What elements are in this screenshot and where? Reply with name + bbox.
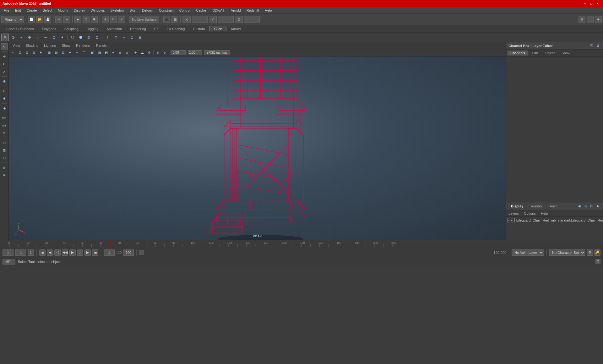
tb2-btn-14[interactable]: ⟲ (112, 34, 119, 41)
menu-constrain[interactable]: Constrain (156, 8, 176, 13)
playback-end-input[interactable] (123, 249, 134, 256)
tb2-btn-5[interactable]: ↓ (34, 34, 41, 41)
vpt-shading5[interactable]: ⊕ (117, 50, 123, 56)
ipr-btn[interactable]: ▦ (171, 16, 178, 23)
vpt-display6[interactable]: ⊤ (81, 50, 87, 56)
prev-key-btn[interactable]: ◁ (54, 249, 61, 256)
snap-curve-btn[interactable]: ⌒ (587, 16, 594, 23)
vpt-light2[interactable]: ☁ (139, 50, 145, 56)
le-menu-options[interactable]: Options (523, 211, 537, 216)
menu-edit[interactable]: Edit (13, 8, 24, 13)
menu-skin[interactable]: Skin (127, 8, 139, 13)
redo-btn[interactable]: ↪ (63, 16, 70, 23)
layer-playback-btn[interactable]: P (511, 218, 513, 222)
tool-4[interactable]: ⊛ (1, 164, 8, 171)
cb-float-btn[interactable]: ⧉ (595, 43, 600, 48)
tb2-btn-15[interactable]: ⌖ (120, 34, 128, 41)
cb-tab-object[interactable]: Object (541, 51, 558, 56)
le-next-btn[interactable]: ▷ (589, 204, 594, 209)
vpt-display5[interactable]: ⊣ (74, 50, 80, 56)
menu-select[interactable]: Select (40, 8, 55, 13)
vpt-camera2[interactable]: ⊙ (161, 50, 168, 56)
tb2-btn-1[interactable]: ✕ (1, 34, 9, 41)
menu-file[interactable]: File (1, 8, 12, 13)
paint-tool-btn[interactable]: ✱ (91, 16, 98, 23)
le-menu-help[interactable]: Help (540, 211, 549, 216)
move-tool-btn[interactable]: ✛ (102, 16, 109, 23)
vpt-shading4[interactable]: ● (110, 50, 116, 56)
tb2-btn-11[interactable]: ⊗ (85, 34, 93, 41)
tab-rendering[interactable]: Rendering (126, 26, 150, 31)
menu-windows[interactable]: Windows (88, 8, 107, 13)
menu-help[interactable]: Help (262, 8, 274, 13)
show-manip[interactable]: ◈ (1, 105, 8, 112)
tab-xgen[interactable]: XGen (209, 26, 226, 31)
mel-label[interactable]: MEL (3, 259, 15, 265)
tab-polygons[interactable]: Polygons (38, 26, 60, 31)
paint-sel[interactable]: ✱ (1, 95, 8, 102)
vp-menu-panels[interactable]: Panels (94, 43, 109, 48)
render-btn[interactable]: ⬛ (163, 16, 170, 23)
tb2-btn-7[interactable]: ⊙ (50, 34, 58, 41)
le-prev2-btn[interactable]: ◁ (583, 204, 588, 209)
frame-start-input[interactable] (3, 249, 14, 256)
undo-btn[interactable]: ↩ (55, 16, 62, 23)
tb2-btn-16[interactable]: ⊡ (128, 34, 136, 41)
anim-layer-dropdown[interactable]: No Anim Layer (512, 249, 544, 256)
vpt-btn5[interactable]: ✱ (38, 50, 44, 56)
tab-animation[interactable]: Animation (103, 26, 126, 31)
menu-skeleton[interactable]: Skeleton (108, 8, 126, 13)
char-set-options-btn[interactable]: ⚙ (587, 249, 593, 256)
bottom-btn[interactable]: − (1, 232, 8, 238)
rotate-tool-btn[interactable]: ↻ (110, 16, 117, 23)
tb2-btn-8[interactable]: ✦ (58, 34, 66, 41)
3d-viewport[interactable]: persp X Y Z (9, 56, 506, 240)
cb-expand-btn[interactable]: ⇱ (589, 43, 594, 48)
close-button[interactable]: ✕ (595, 1, 600, 6)
menu-3dtool[interactable]: -3DtoAll- (209, 8, 228, 13)
rigging-dropdown[interactable]: Rigging (1, 16, 24, 23)
menu-display[interactable]: Display (71, 8, 88, 13)
snap-grid-btn[interactable]: ⊞ (579, 16, 585, 23)
tab-fx[interactable]: FX (150, 26, 162, 31)
vpt-select[interactable]: ↖ (10, 50, 16, 56)
tab-curves-surfaces[interactable]: Curves / Surfaces (3, 26, 37, 31)
prev-frame-btn[interactable]: ◀ (47, 249, 53, 256)
cb-tab-channels[interactable]: Channels (507, 51, 528, 56)
display-layer-1[interactable]: ⊞⊟ (1, 115, 8, 121)
le-menu-layers[interactable]: Layers (507, 211, 520, 216)
vpt-btn3[interactable]: ⊠ (24, 50, 30, 56)
play-fwd-btn[interactable]: ▶ (69, 249, 76, 256)
tb2-btn-2[interactable]: ⊙ (9, 34, 17, 41)
tab-arnold[interactable]: Arnold (227, 26, 245, 31)
vp-menu-view[interactable]: View (10, 43, 23, 48)
tb2-btn-13[interactable]: ↑ (104, 34, 111, 41)
tab-sculpting[interactable]: Sculpting (61, 26, 82, 31)
display-layer-3[interactable]: ⊞ (1, 130, 8, 136)
vpt-camera1[interactable]: ⊛ (155, 50, 161, 56)
snap-point-btn[interactable]: ⊕ (595, 16, 602, 23)
vpt-shading6[interactable]: ⊗ (124, 50, 130, 56)
scale-tool[interactable]: ⤢ (1, 68, 8, 75)
display-layer-2[interactable]: ⊟⊞ (1, 122, 8, 129)
playback-start-input[interactable] (104, 249, 115, 256)
tb2-btn-4[interactable]: ⊕ (26, 34, 33, 41)
menu-control[interactable]: Control (177, 8, 193, 13)
vpt-display4[interactable]: ⊢ (67, 50, 73, 56)
rotate-tool[interactable]: ↻ (1, 61, 8, 67)
go-to-end-btn[interactable]: ⏭ (92, 249, 98, 256)
frame-current-input[interactable] (15, 249, 26, 256)
universal-manip[interactable]: ⊕ (1, 78, 8, 85)
scale-tool-btn[interactable]: ⤢ (118, 16, 125, 23)
next-frame-btn[interactable]: ▶ (84, 249, 91, 256)
minimize-button[interactable]: ─ (582, 1, 588, 6)
timeline-ruler[interactable] (0, 240, 603, 247)
vpt-shading1[interactable]: ◧ (89, 50, 95, 56)
le-tab-anim[interactable]: Anim (547, 204, 560, 209)
move-tool[interactable]: ✛ (1, 53, 8, 60)
vpt-display2[interactable]: ⊟ (53, 50, 59, 56)
tb2-btn-6[interactable]: ⊸ (42, 34, 50, 41)
value-input[interactable] (188, 50, 202, 55)
vpt-display3[interactable]: ⊡ (60, 50, 66, 56)
next-key-btn[interactable]: ▷ (77, 249, 83, 256)
